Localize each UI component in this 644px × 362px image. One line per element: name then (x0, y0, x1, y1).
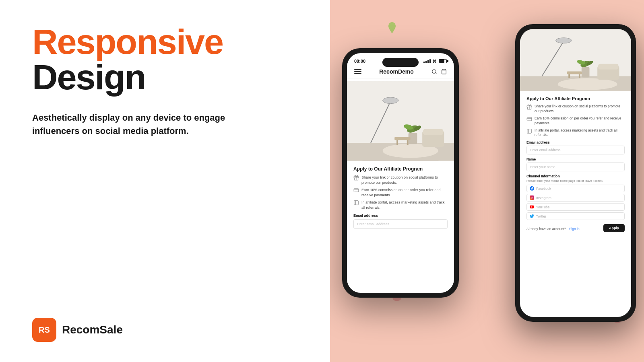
name-input-2[interactable]: Enter your name (526, 162, 625, 171)
right-panel: 08:00 ⌘ (330, 0, 644, 362)
benefit-item-1: Share your link or coupon on social plat… (353, 175, 448, 185)
room-bg-1 (347, 81, 454, 161)
title-design: Design (32, 60, 306, 95)
instagram-icon (530, 195, 534, 200)
dollar-icon-2 (526, 116, 532, 122)
bar4 (429, 59, 431, 63)
svg-line-1 (436, 73, 437, 74)
wifi-icon-1: ⌘ (432, 59, 436, 64)
left-panel: Responsive Design Aesthetically display … (0, 0, 330, 362)
search-icon-1 (431, 69, 437, 74)
email-label-2: Email address (526, 140, 625, 144)
svg-rect-16 (396, 140, 398, 145)
svg-rect-29 (582, 67, 590, 78)
twitter-placeholder: Twitter (536, 214, 621, 218)
youtube-input-row[interactable]: YouTube (526, 203, 625, 211)
name-label-2: Name (526, 157, 625, 161)
battery-icon-1 (439, 59, 447, 63)
svg-point-26 (558, 78, 617, 90)
twitter-icon (530, 214, 534, 218)
apply-button[interactable]: Apply (603, 224, 625, 232)
svg-rect-34 (598, 64, 618, 70)
benefit-item-2-2: Earn 10% commission on per order you ref… (526, 116, 625, 126)
leaf-green-icon (388, 22, 396, 33)
instagram-input-row[interactable]: Instagram (526, 194, 625, 202)
bar3 (427, 60, 429, 63)
title-responsive: Responsive (32, 24, 306, 60)
svg-rect-22 (354, 201, 359, 205)
signal-bars-1 (423, 59, 431, 63)
benefit-text-2-1: Share your link or coupon on social plat… (535, 104, 625, 114)
svg-point-28 (556, 38, 572, 43)
nav-title-phone-1: RecomDemo (379, 68, 414, 75)
status-right-1: ⌘ (423, 59, 447, 64)
youtube-placeholder: YouTube (536, 205, 621, 209)
email-placeholder-2: Enter email address (530, 148, 561, 152)
room-illustration-2 (520, 29, 631, 91)
benefit-item-3: In affiliate portal, access marketing as… (353, 200, 448, 210)
nav-icons-1 (431, 69, 447, 74)
bottom-action-row: Already have an account? Sign in Apply (526, 224, 625, 232)
gift-icon (353, 175, 359, 181)
name-placeholder-2: Enter your name (530, 165, 555, 169)
already-account-label: Already have an account? (526, 227, 566, 231)
hamburger-icon (354, 69, 361, 74)
sign-in-link[interactable]: Sign in (569, 227, 580, 231)
instagram-placeholder: Instagram (536, 196, 621, 200)
email-input-2[interactable]: Enter email address (526, 146, 625, 154)
phone-time-1: 08:00 (354, 59, 365, 64)
svg-point-46 (533, 197, 533, 197)
phone-mockup-2: Apply to Our Affiliate Program Share you… (515, 24, 636, 322)
facebook-input-row[interactable]: Facebook (526, 185, 625, 192)
phone-hero-image-2 (520, 29, 631, 91)
email-input-1[interactable]: Enter email address (353, 219, 448, 229)
affiliate-title-2: Apply to Our Affiliate Program (526, 96, 625, 101)
phone-nav-1: RecomDemo (347, 66, 454, 78)
logo-icon: RS (32, 318, 56, 342)
room-illustration-1 (347, 81, 454, 161)
cart-icon-1 (441, 69, 447, 74)
youtube-icon (530, 205, 534, 209)
portal-icon-2 (526, 128, 532, 134)
svg-rect-17 (407, 140, 409, 145)
benefit-item-2-3: In affiliate portal, access marketing as… (526, 128, 625, 138)
facebook-placeholder: Facebook (536, 187, 621, 191)
channel-section-title: Channel Information (526, 174, 625, 178)
phone-hero-image-1 (347, 81, 454, 161)
dollar-icon (353, 187, 359, 193)
benefit-item-2-1: Share your link or coupon on social plat… (526, 104, 625, 114)
already-account-text: Already have an account? Sign in (526, 224, 580, 232)
phone-screen-2: Apply to Our Affiliate Program Share you… (520, 29, 631, 317)
phone-body-2: Apply to Our Affiliate Program Share you… (515, 24, 636, 322)
ham-line-3 (354, 73, 361, 74)
svg-rect-44 (530, 195, 534, 200)
svg-rect-36 (568, 74, 570, 78)
gift-icon-2 (526, 104, 532, 110)
subtitle: Aesthetically display on any device to e… (32, 111, 242, 138)
svg-point-0 (432, 70, 436, 73)
logo-text: RecomSale (62, 323, 123, 336)
portal-icon (353, 200, 359, 206)
hero-text: Responsive Design Aesthetically display … (32, 24, 306, 138)
benefit-text-2-3: In affiliate portal, access marketing as… (535, 128, 625, 138)
benefit-item-2: Earn 10% commission on per order you ref… (353, 187, 448, 197)
svg-rect-42 (527, 129, 532, 133)
phone-notch-1 (382, 58, 419, 67)
bar2 (425, 61, 427, 63)
phone-screen-1: 08:00 ⌘ (347, 53, 454, 293)
benefit-text-2-2: Earn 10% commission on per order you ref… (535, 116, 625, 126)
affiliate-section-1: Apply to Our Affiliate Program Share you… (347, 161, 454, 234)
phone-body-1: 08:00 ⌘ (342, 48, 459, 298)
affiliate-title-1: Apply to Our Affiliate Program (353, 166, 448, 172)
ham-line-1 (354, 69, 361, 70)
twitter-input-row[interactable]: Twitter (526, 212, 625, 220)
svg-point-8 (383, 97, 398, 104)
facebook-icon (530, 186, 534, 191)
benefit-text-3: In affiliate portal, access marketing as… (361, 200, 448, 210)
svg-rect-15 (394, 137, 410, 140)
svg-rect-37 (579, 74, 580, 78)
benefit-text-1: Share your link or coupon on social plat… (361, 175, 448, 185)
svg-rect-35 (567, 72, 582, 74)
email-label-1: Email address (353, 214, 448, 218)
phone-mockup-1: 08:00 ⌘ (342, 48, 459, 298)
